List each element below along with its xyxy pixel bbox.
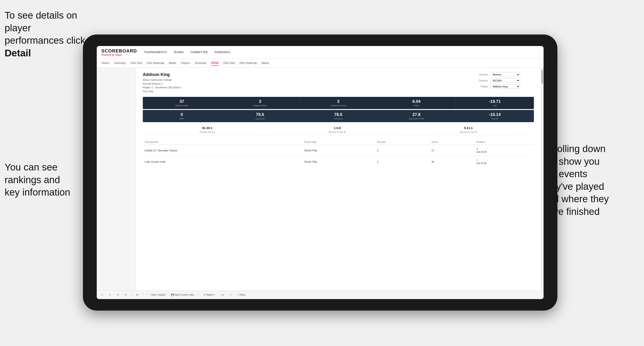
event-type-2: Stroke Play: [302, 156, 375, 168]
col-score: Score: [430, 139, 475, 145]
player-year: First Year: [143, 89, 180, 93]
player-label: Player: [474, 85, 488, 88]
stat-avg-sg: -10.14 Avg SG: [456, 110, 534, 122]
tab-matrix[interactable]: Matrix: [169, 60, 176, 66]
tab-h2h-heatmap2[interactable]: H2H Heatmap: [239, 60, 257, 66]
gender-label: Gender: [474, 73, 488, 76]
stat-avg-score: 79.6 Avg Score: [221, 110, 300, 122]
nav-committee[interactable]: COMMITTEE: [190, 49, 208, 55]
content-area: Addison King Mesa Community College NJCA…: [97, 68, 544, 290]
division-row: Division NJCAA I: [474, 78, 534, 83]
nav-teams[interactable]: TEAMS: [174, 49, 184, 55]
main-content: Addison King Mesa Community College NJCA…: [136, 68, 541, 290]
stat-points: 6.04 Points: [378, 97, 456, 109]
tab-summary[interactable]: Summary: [114, 60, 126, 66]
toolbar-refresh1[interactable]: ⟳: [116, 293, 120, 297]
record-overall: 91-20-1 Overall Record: [200, 126, 215, 134]
stats-grid-row1: 37 National Rank 3 Regional Rank 3 Confe…: [143, 97, 534, 109]
tab-players[interactable]: Players: [181, 60, 190, 66]
score-2: 16: [430, 156, 475, 168]
nav-rankings[interactable]: RANKINGS: [214, 49, 230, 55]
toolbar-sep2: [143, 293, 143, 297]
nav-items: TOURNAMENTS TEAMS COMMITTEE RANKINGS: [144, 49, 230, 55]
nav-tournaments[interactable]: TOURNAMENTS: [144, 49, 167, 55]
stats-grid-row2: 0 Wins 79.6 Avg Score 78.5 Adj Score 27.…: [143, 110, 534, 122]
stat-regional-rank: 3 Regional Rank: [221, 97, 300, 109]
tab-matrix2[interactable]: Matrix: [262, 60, 269, 66]
stat-national-rank: 37 National Rank: [143, 97, 221, 109]
player-school: Mesa Community College: [143, 78, 180, 82]
left-sidebar: [97, 68, 136, 290]
position-1: 4 out of 20: [475, 145, 534, 156]
col-event-type: Event Type: [302, 139, 375, 145]
stat-avg-score-to-par: 27.8 Avg Score to Par: [378, 110, 456, 122]
record-top25: 1-5-0 Record vs top 25: [329, 126, 346, 134]
table-row: Estella CC- Mountain Classic Stroke Play…: [143, 145, 534, 156]
gender-row: Gender Women: [474, 72, 534, 77]
event-type-1: Stroke Play: [302, 145, 375, 156]
toolbar-expand[interactable]: ⤢: [228, 293, 233, 297]
scrollbar[interactable]: [541, 68, 544, 290]
gender-select[interactable]: Women: [490, 72, 520, 77]
tab-h2h-grid2[interactable]: H2H Grid: [223, 60, 235, 66]
rounds-1: 2: [375, 145, 430, 156]
scrollbar-thumb[interactable]: [541, 70, 543, 84]
bottom-toolbar: ↩ ↪ ⟳ ⟳ ⚙ 📄 View: Original 💾 Save Custom…: [97, 290, 544, 299]
stat-wins: 0 Wins: [143, 110, 221, 122]
division-select[interactable]: NJCAA I: [490, 78, 520, 83]
top-nav: SCOREBOARD Powered by clippd TOURNAMENTS…: [97, 46, 544, 58]
player-row: Player Addison King: [474, 84, 534, 89]
division-label: Division: [474, 79, 488, 82]
tab-detail[interactable]: Detail: [211, 60, 219, 66]
toolbar-settings[interactable]: ⚙: [135, 293, 140, 297]
toolbar-sep3: [198, 293, 199, 297]
tournament-name-2: Lady Coyote Invite: [143, 156, 302, 168]
position-2: 7 out of 20: [475, 156, 534, 168]
player-info: Addison King Mesa Community College NJCA…: [143, 72, 180, 93]
toolbar-sep1: [131, 293, 132, 297]
player-name: Addison King: [143, 72, 180, 77]
sub-nav: Teams Summary H2H Grid H2H Heatmap Matri…: [97, 58, 544, 68]
stat-sos: -19.71 SoS: [456, 97, 534, 109]
toolbar-redo[interactable]: ↪: [108, 293, 112, 297]
toolbar-save-custom[interactable]: 💾 Save Custom View: [170, 293, 195, 297]
tab-summary2[interactable]: Summary: [195, 60, 206, 66]
toolbar-undo[interactable]: ↩: [100, 293, 104, 297]
toolbar-view-original[interactable]: 📄 View: Original: [146, 293, 166, 297]
col-rounds: Rounds: [375, 139, 430, 145]
logo-scoreboard: SCOREBOARD: [101, 48, 137, 54]
player-controls: Gender Women Division NJCAA I: [474, 72, 534, 93]
player-header: Addison King Mesa Community College NJCA…: [143, 72, 534, 93]
toolbar-share[interactable]: ⤴ Share: [236, 293, 247, 297]
player-select[interactable]: Addison King: [490, 84, 520, 89]
stat-conference-rank: 3 Conference Rank: [299, 97, 378, 109]
tab-teams[interactable]: Teams: [101, 60, 110, 66]
col-position: Position: [475, 139, 534, 145]
tournaments-table: Tournament Event Type Rounds Score Posit…: [143, 139, 534, 167]
table-row: Lady Coyote Invite Stroke Play 2 16 7 ou…: [143, 156, 534, 168]
record-top50: 5-11-1 Record vs top 50: [460, 126, 477, 134]
player-region: Region 1 - Southwest (18) District: [143, 86, 180, 89]
tablet-frame: SCOREBOARD Powered by clippd TOURNAMENTS…: [83, 34, 558, 311]
toolbar-watch[interactable]: 👁 Watch ▾: [202, 293, 216, 297]
rounds-2: 2: [375, 156, 430, 168]
tab-h2h-grid[interactable]: H2H Grid: [130, 60, 142, 66]
annotation-top-left: To see details on player performances cl…: [4, 9, 92, 59]
player-division: NJCAA Division 1: [143, 82, 180, 86]
score-1: 17: [430, 145, 475, 156]
stat-adj-score: 78.5 Adj Score: [299, 110, 378, 122]
annotation-bottom-left: You can see rankings and key information: [4, 161, 92, 199]
logo-area: SCOREBOARD Powered by clippd: [101, 48, 137, 56]
toolbar-layout[interactable]: □ ▾: [219, 293, 225, 297]
tab-h2h-heatmap[interactable]: H2H Heatmap: [147, 60, 164, 66]
col-tournament: Tournament: [143, 139, 302, 145]
logo-powered: Powered by clippd: [101, 54, 137, 56]
toolbar-refresh2[interactable]: ⟳: [124, 293, 128, 297]
records-row: 91-20-1 Overall Record 1-5-0 Record vs t…: [143, 125, 534, 136]
tournament-name-1: Estella CC- Mountain Classic: [143, 145, 302, 156]
tablet-screen: SCOREBOARD Powered by clippd TOURNAMENTS…: [97, 46, 544, 299]
